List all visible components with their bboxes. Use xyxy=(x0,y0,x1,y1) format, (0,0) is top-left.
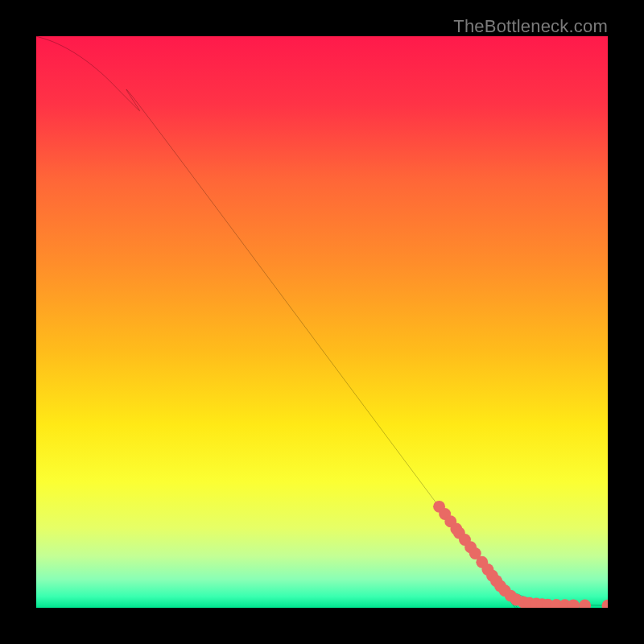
watermark-label: TheBottleneck.com xyxy=(453,16,608,37)
chart-background-gradient xyxy=(36,36,608,608)
svg-rect-0 xyxy=(36,36,608,608)
chart-stage: TheBottleneck.com xyxy=(0,0,644,644)
plot-area xyxy=(36,36,608,608)
